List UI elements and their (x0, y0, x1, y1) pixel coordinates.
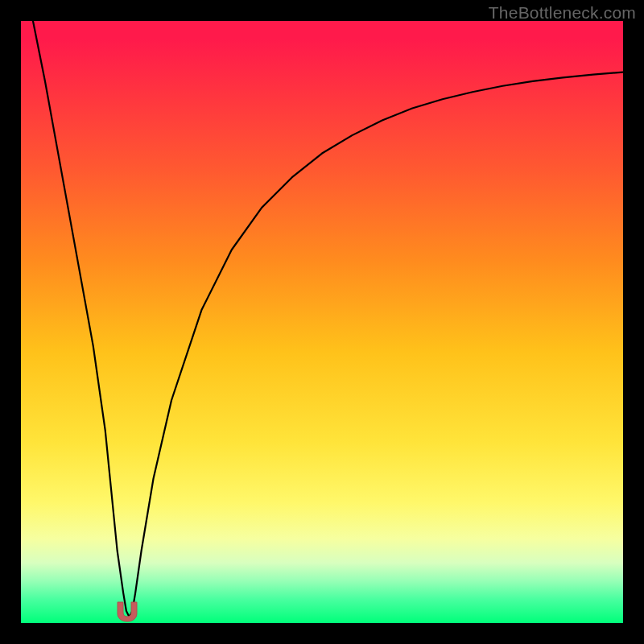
watermark-label: TheBottleneck.com (489, 3, 636, 23)
chart-frame: TheBottleneck.com (0, 0, 644, 644)
optimal-marker (113, 601, 142, 623)
plot-area (21, 21, 623, 623)
bottleneck-curve (21, 21, 623, 623)
